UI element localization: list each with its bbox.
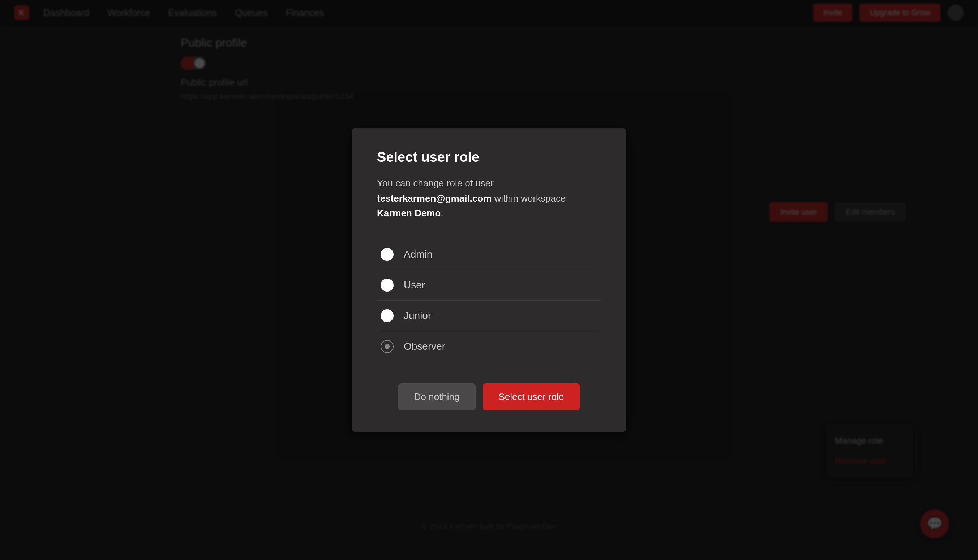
modal-overlay[interactable]: Select user role You can change role of … [0, 0, 978, 560]
role-radio-group: Admin User Junior Observer [377, 239, 601, 362]
radio-item-observer[interactable]: Observer [377, 331, 601, 362]
select-user-role-modal: Select user role You can change role of … [352, 128, 626, 432]
radio-circle-user [381, 278, 394, 292]
modal-buttons: Do nothing Select user role [377, 383, 601, 410]
select-user-role-button[interactable]: Select user role [483, 383, 580, 410]
radio-circle-observer [381, 340, 394, 353]
modal-desc-suffix: . [441, 208, 443, 218]
radio-label-junior: Junior [404, 310, 431, 322]
modal-desc-middle: within workspace [492, 193, 566, 204]
modal-description: You can change role of user testerkarmen… [377, 176, 601, 221]
modal-desc-prefix: You can change role of user [377, 178, 494, 188]
modal-user-email: testerkarmen@gmail.com [377, 193, 492, 204]
modal-workspace-name: Karmen Demo [377, 208, 441, 218]
radio-label-user: User [404, 279, 425, 291]
radio-circle-admin [381, 248, 394, 261]
radio-item-admin[interactable]: Admin [377, 239, 601, 270]
radio-label-observer: Observer [404, 341, 445, 352]
do-nothing-button[interactable]: Do nothing [398, 383, 476, 410]
modal-title: Select user role [377, 150, 601, 165]
radio-label-admin: Admin [404, 248, 432, 260]
radio-item-junior[interactable]: Junior [377, 301, 601, 331]
radio-circle-junior [381, 309, 394, 322]
radio-item-user[interactable]: User [377, 270, 601, 301]
